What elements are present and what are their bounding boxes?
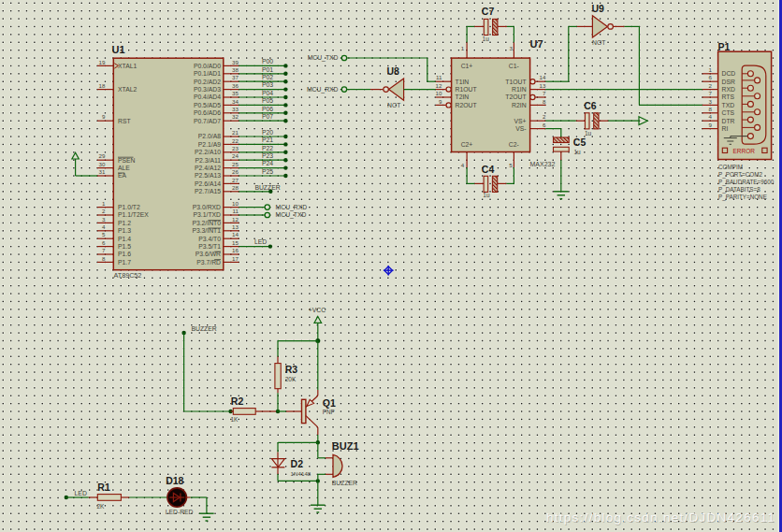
svg-text:C6: C6 [584,100,597,111]
svg-text:33: 33 [232,106,239,112]
svg-text:P_PORT=COM2: P_PORT=COM2 [718,171,762,179]
svg-text:RTS: RTS [722,93,735,100]
svg-text:T1OUT: T1OUT [505,79,526,85]
svg-text:R2OUT: R2OUT [456,102,477,108]
svg-text:11: 11 [436,74,442,80]
svg-text:P1.7: P1.7 [118,259,131,266]
svg-text:39: 39 [232,59,239,65]
svg-text:AT89C52: AT89C52 [114,271,142,280]
svg-text:3: 3 [709,98,713,105]
svg-text:T1IN: T1IN [456,79,470,85]
svg-text:P0.3/AD3: P0.3/AD3 [194,86,221,93]
svg-text:9: 9 [439,98,442,105]
svg-text:4: 4 [102,223,106,230]
svg-text:P_PARITY=NONE: P_PARITY=NONE [718,194,767,201]
svg-text:5: 5 [509,162,513,168]
svg-text:27: 27 [232,177,239,183]
svg-text:37: 37 [232,74,239,80]
svg-text:P00: P00 [262,58,273,65]
svg-text:9: 9 [102,113,106,120]
svg-text:XTAL2: XTAL2 [118,86,137,93]
svg-text:1: 1 [709,66,713,73]
svg-text:4: 4 [461,162,465,168]
svg-text:MCU_RXD: MCU_RXD [276,204,308,211]
svg-text:P2.7/A15: P2.7/A15 [195,188,221,194]
svg-text:18: 18 [99,82,106,89]
svg-text:17: 17 [232,255,239,262]
svg-text:P25: P25 [262,168,273,175]
svg-text:P2.6/A14: P2.6/A14 [195,180,221,187]
svg-text:8: 8 [709,106,713,112]
svg-text:11: 11 [233,208,239,214]
svg-text:P0.5/AD5: P0.5/AD5 [194,102,221,108]
svg-text:P2.1/A9: P2.1/A9 [198,141,221,148]
svg-text:2: 2 [709,82,713,89]
svg-text:2K: 2K [97,503,106,510]
svg-text:RST: RST [118,118,131,124]
svg-text:MCU_TXD: MCU_TXD [308,54,339,62]
svg-text:NOT: NOT [592,39,605,46]
svg-text:P24: P24 [262,160,273,166]
svg-text:P3.1/TXD: P3.1/TXD [194,211,222,218]
svg-text:P1.0/T2: P1.0/T2 [118,204,140,210]
svg-text:12: 12 [232,216,239,223]
svg-text:BUZZER: BUZZER [332,480,357,486]
svg-text:1: 1 [102,200,106,207]
svg-text:5: 5 [102,231,106,237]
svg-text:P1.2: P1.2 [118,220,131,226]
svg-text:8: 8 [102,255,106,262]
svg-text:9: 9 [709,122,713,128]
svg-text:R3: R3 [285,364,298,375]
svg-text:1N4148: 1N4148 [291,470,311,477]
svg-text:XTAL1: XTAL1 [118,63,137,69]
svg-text:RI: RI [722,125,729,132]
svg-text:P1.6: P1.6 [118,251,131,257]
svg-text:EA: EA [118,172,127,179]
svg-text:1u: 1u [483,36,490,42]
svg-text:1u: 1u [585,130,592,137]
svg-text:25: 25 [232,161,239,167]
svg-text:DSR: DSR [722,79,735,85]
svg-text:R2IN: R2IN [512,102,527,108]
svg-text:6: 6 [102,239,106,246]
svg-text:31: 31 [99,168,106,175]
svg-text:6: 6 [709,74,713,80]
svg-text:7: 7 [543,90,546,96]
svg-text:16: 16 [232,247,239,253]
svg-text:7: 7 [709,90,713,96]
svg-text:MCU_RXD: MCU_RXD [307,86,339,93]
svg-text:P1.3: P1.3 [118,227,131,234]
svg-text:LED-RED: LED-RED [166,509,194,515]
svg-text:21: 21 [232,129,239,136]
svg-text:C2-: C2- [509,141,519,148]
svg-text:P1.4: P1.4 [118,236,131,242]
svg-text:P2.5/A13: P2.5/A13 [195,172,221,179]
svg-text:RXD: RXD [722,86,735,93]
svg-text:P2.4/A12: P2.4/A12 [195,165,221,171]
svg-text:28: 28 [232,184,239,191]
svg-text:1u: 1u [483,192,490,198]
svg-text:7: 7 [102,247,106,253]
svg-text:P07: P07 [262,113,273,120]
svg-text:BUZZER: BUZZER [254,184,280,191]
svg-text:6: 6 [543,122,546,128]
svg-text:MCU_TXD: MCU_TXD [276,211,307,219]
svg-text:NOT: NOT [387,102,400,108]
svg-text:8: 8 [543,98,546,105]
svg-text:30: 30 [99,161,106,167]
svg-text:38: 38 [232,66,239,73]
svg-text:U9: U9 [592,3,605,14]
svg-text:20K: 20K [285,376,297,382]
svg-text:LED: LED [75,490,87,496]
svg-text:T2IN: T2IN [456,93,470,100]
svg-text:13: 13 [540,82,546,89]
svg-text:VS-: VS- [515,125,526,132]
svg-text:3: 3 [510,45,514,51]
svg-text:ALE: ALE [118,165,130,171]
svg-text:P1: P1 [718,41,731,52]
svg-text:P_BAUDRATE=9600: P_BAUDRATE=9600 [718,179,775,186]
svg-text:P0.1/AD1: P0.1/AD1 [194,70,221,77]
svg-text:P22: P22 [262,145,273,151]
svg-text:C1+: C1+ [461,63,473,69]
svg-text:P21: P21 [262,137,273,143]
